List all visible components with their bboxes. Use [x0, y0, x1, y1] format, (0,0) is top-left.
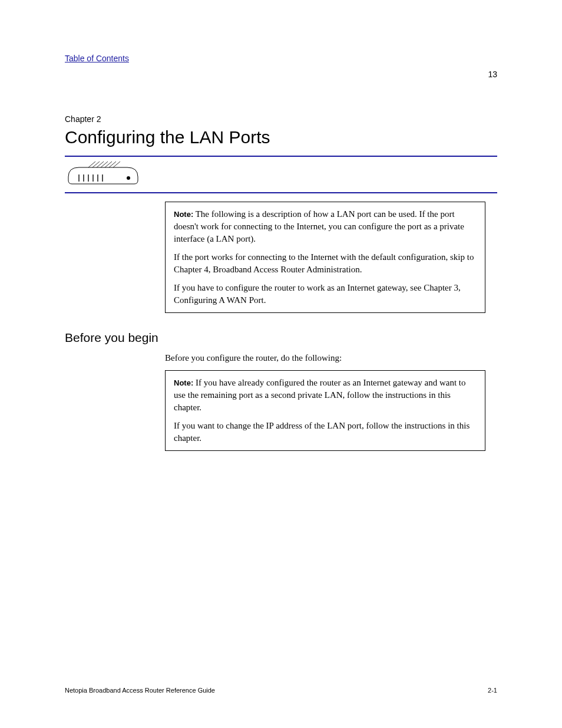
- svg-line-6: [113, 162, 120, 167]
- toc-link[interactable]: Table of Contents: [65, 54, 129, 63]
- section-note-box: Note: If you have already configured the…: [165, 370, 485, 451]
- page: Table of Contents 13 Chapter 2 Configuri…: [0, 0, 562, 728]
- page-footer: Netopia Broadband Access Router Referenc…: [65, 687, 497, 694]
- section-lead-text: Before you configure the router, do the …: [165, 352, 485, 364]
- chapter-header: Chapter 2 Configuring the LAN Ports: [65, 114, 497, 147]
- svg-line-1: [92, 162, 100, 167]
- svg-line-3: [101, 162, 108, 167]
- note-label-2: Note:: [174, 378, 193, 387]
- svg-line-5: [109, 162, 116, 167]
- device-illustration-row: [65, 162, 497, 187]
- svg-point-13: [127, 176, 130, 180]
- chapter-title: Configuring the LAN Ports: [65, 127, 497, 147]
- intro-note-box: Note: The following is a description of …: [165, 202, 485, 313]
- divider-bottom: [65, 192, 497, 193]
- footer-doc-title: Netopia Broadband Access Router Referenc…: [65, 687, 215, 694]
- intro-note-text-1: The following is a description of how a …: [174, 209, 464, 243]
- note-label: Note:: [174, 210, 193, 219]
- intro-note-text-2: If the port works for connecting to the …: [174, 251, 477, 276]
- intro-note-text-3: If you have to configure the router to w…: [174, 282, 477, 307]
- chapter-number: Chapter 2: [65, 114, 497, 124]
- page-number-top: 13: [488, 70, 497, 79]
- divider-top: [65, 156, 497, 157]
- svg-line-2: [97, 162, 104, 167]
- section-note-text-1: If you have already configured the route…: [174, 378, 466, 412]
- svg-line-4: [105, 162, 112, 167]
- section-heading-before-you-begin: Before you begin: [65, 331, 485, 345]
- section-note-text-2: If you want to change the IP address of …: [174, 420, 477, 444]
- body-column: Note: The following is a description of …: [165, 202, 497, 451]
- footer-page-number: 2-1: [488, 687, 497, 694]
- router-illustration: [65, 159, 141, 187]
- svg-line-0: [88, 162, 95, 167]
